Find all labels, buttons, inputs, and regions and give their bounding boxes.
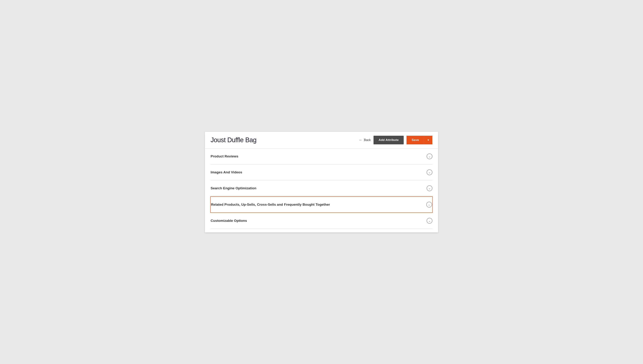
accordion-chevron-seo: ⌄	[427, 186, 432, 191]
accordion-header-images-videos[interactable]: Images And Videos ⌄	[211, 170, 432, 175]
page-container: Joust Duffle Bag ← Back Add Attribute Sa…	[205, 132, 438, 232]
accordion-item-customizable-options: Customizable Options ⌄	[211, 213, 432, 229]
accordion-item-seo: Search Engine Optimization ⌄	[211, 180, 432, 196]
accordion-title-seo: Search Engine Optimization	[211, 186, 256, 190]
accordion-item-related-products: Related Products, Up-Sells, Cross-Sells …	[210, 196, 433, 213]
accordion-item-images-videos: Images And Videos ⌄	[211, 164, 432, 180]
back-button[interactable]: ← Back	[359, 138, 371, 142]
accordion-chevron-customizable-options: ⌄	[427, 218, 432, 224]
accordion-header-product-reviews[interactable]: Product Reviews ⌄	[211, 154, 432, 159]
add-attribute-button[interactable]: Add Attribute	[374, 136, 404, 144]
save-dropdown-button[interactable]: ▼	[424, 136, 432, 144]
accordion-header-customizable-options[interactable]: Customizable Options ⌄	[211, 218, 432, 224]
accordion-title-product-reviews: Product Reviews	[211, 154, 238, 158]
chevron-down-icon: ⌄	[428, 187, 431, 190]
accordion-content: Product Reviews ⌄ Images And Videos ⌄ Se…	[205, 148, 438, 232]
save-button-group: Save ▼	[407, 136, 432, 144]
chevron-down-icon: ⌄	[428, 155, 431, 158]
accordion-header-seo[interactable]: Search Engine Optimization ⌄	[211, 186, 432, 191]
accordion-item-product-reviews: Product Reviews ⌄	[211, 148, 432, 164]
back-arrow-icon: ←	[359, 138, 363, 142]
dropdown-arrow-icon: ▼	[427, 138, 429, 142]
back-button-label: Back	[364, 138, 371, 142]
accordion-chevron-related-products: ⌄	[426, 202, 432, 208]
accordion-chevron-product-reviews: ⌄	[427, 154, 432, 159]
page-header: Joust Duffle Bag ← Back Add Attribute Sa…	[205, 132, 438, 148]
page-title: Joust Duffle Bag	[211, 136, 257, 144]
accordion-chevron-images-videos: ⌄	[427, 170, 432, 175]
accordion-title-images-videos: Images And Videos	[211, 170, 242, 174]
chevron-down-icon: ⌄	[428, 171, 431, 174]
header-actions: ← Back Add Attribute Save ▼	[359, 136, 432, 144]
chevron-down-icon: ⌄	[428, 203, 430, 206]
chevron-down-icon: ⌄	[428, 219, 431, 222]
accordion-header-related-products[interactable]: Related Products, Up-Sells, Cross-Sells …	[211, 202, 432, 208]
accordion-title-related-products: Related Products, Up-Sells, Cross-Sells …	[211, 202, 330, 206]
accordion-title-customizable-options: Customizable Options	[211, 219, 247, 223]
save-button[interactable]: Save	[407, 136, 424, 144]
